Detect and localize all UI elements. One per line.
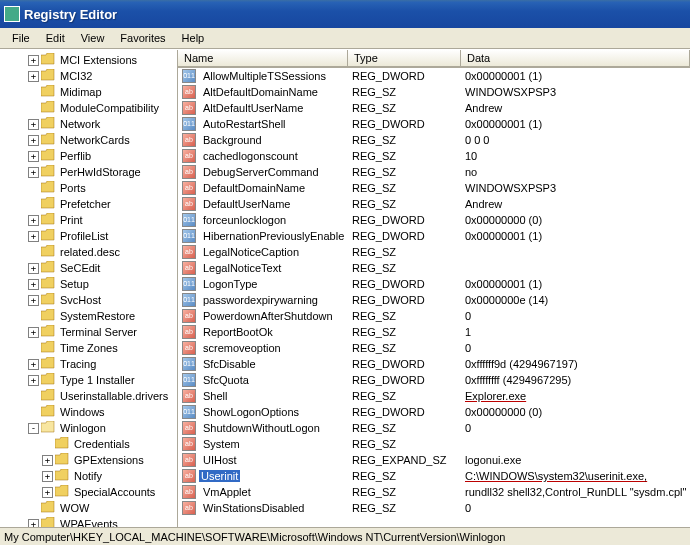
list-row[interactable]: abReportBootOkREG_SZ1 [178, 324, 690, 340]
expand-icon[interactable]: + [28, 215, 39, 226]
list-header[interactable]: Name Type Data [178, 50, 690, 68]
list-row[interactable]: abUIHostREG_EXPAND_SZlogonui.exe [178, 452, 690, 468]
tree-item[interactable]: related.desc [0, 244, 177, 260]
list-row[interactable]: 011HibernationPreviouslyEnabledREG_DWORD… [178, 228, 690, 244]
tree-item[interactable]: +MCI32 [0, 68, 177, 84]
expand-icon[interactable]: + [28, 519, 39, 528]
tree-item[interactable]: Ports [0, 180, 177, 196]
tree-item[interactable]: +Type 1 Installer [0, 372, 177, 388]
list-row[interactable]: abscremoveoptionREG_SZ0 [178, 340, 690, 356]
col-header-name[interactable]: Name [178, 50, 348, 67]
col-header-type[interactable]: Type [348, 50, 461, 67]
expand-icon[interactable]: + [28, 119, 39, 130]
value-name: LegalNoticeCaption [199, 246, 303, 258]
list-row[interactable]: abBackgroundREG_SZ0 0 0 [178, 132, 690, 148]
tree-item[interactable]: -Winlogon [0, 420, 177, 436]
tree-item[interactable]: +Terminal Server [0, 324, 177, 340]
list-row[interactable]: abLegalNoticeTextREG_SZ [178, 260, 690, 276]
value-name: Background [199, 134, 266, 146]
tree-item[interactable]: +Perflib [0, 148, 177, 164]
list-row[interactable]: abAltDefaultUserNameREG_SZAndrew [178, 100, 690, 116]
tree-item[interactable]: +GPExtensions [0, 452, 177, 468]
list-row[interactable]: abUserinitREG_SZC:\WINDOWS\system32\user… [178, 468, 690, 484]
tree-item[interactable]: SystemRestore [0, 308, 177, 324]
expand-icon[interactable]: + [28, 71, 39, 82]
menu-edit[interactable]: Edit [38, 30, 73, 46]
tree-item[interactable]: Userinstallable.drivers [0, 388, 177, 404]
expand-icon[interactable]: + [42, 487, 53, 498]
tree-item[interactable]: +Notify [0, 468, 177, 484]
tree-item[interactable]: WOW [0, 500, 177, 516]
expand-icon[interactable]: + [28, 263, 39, 274]
expand-icon[interactable]: + [28, 359, 39, 370]
expand-icon[interactable]: + [28, 279, 39, 290]
list-row[interactable]: abPowerdownAfterShutdownREG_SZ0 [178, 308, 690, 324]
tree-item[interactable]: ModuleCompatibility [0, 100, 177, 116]
titlebar[interactable]: Registry Editor [0, 0, 690, 28]
expand-icon[interactable]: + [42, 471, 53, 482]
list-row[interactable]: 011forceunlocklogonREG_DWORD0x00000000 (… [178, 212, 690, 228]
expand-icon[interactable]: + [42, 455, 53, 466]
list-row[interactable]: abShutdownWithoutLogonREG_SZ0 [178, 420, 690, 436]
value-type: REG_SZ [348, 198, 461, 210]
list-row[interactable]: abDefaultUserNameREG_SZAndrew [178, 196, 690, 212]
tree-item[interactable]: +Setup [0, 276, 177, 292]
collapse-icon[interactable]: - [28, 423, 39, 434]
list-row[interactable]: abVmAppletREG_SZrundll32 shell32,Control… [178, 484, 690, 500]
list-row[interactable]: 011passwordexpirywarningREG_DWORD0x00000… [178, 292, 690, 308]
list-row[interactable]: abAltDefaultDomainNameREG_SZWINDOWSXPSP3 [178, 84, 690, 100]
list-row[interactable]: 011SfcQuotaREG_DWORD0xffffffff (42949672… [178, 372, 690, 388]
tree-item[interactable]: +SvcHost [0, 292, 177, 308]
menu-help[interactable]: Help [174, 30, 213, 46]
list-body[interactable]: 011AllowMultipleTSSessionsREG_DWORD0x000… [178, 68, 690, 527]
tree-item[interactable]: +Print [0, 212, 177, 228]
expand-icon[interactable]: + [28, 55, 39, 66]
tree-view[interactable]: +MCI Extensions+MCI32MidimapModuleCompat… [0, 50, 178, 527]
list-row[interactable]: 011LogonTypeREG_DWORD0x00000001 (1) [178, 276, 690, 292]
tree-item[interactable]: Midimap [0, 84, 177, 100]
expand-icon[interactable]: + [28, 327, 39, 338]
menu-file[interactable]: File [4, 30, 38, 46]
list-row[interactable]: abShellREG_SZExplorer.exe [178, 388, 690, 404]
tree-item[interactable]: Prefetcher [0, 196, 177, 212]
list-row[interactable]: 011AutoRestartShellREG_DWORD0x00000001 (… [178, 116, 690, 132]
tree-item-label: WOW [58, 502, 91, 514]
expand-icon[interactable]: + [28, 135, 39, 146]
value-data: 0 [461, 422, 690, 434]
string-value-icon: ab [182, 245, 196, 259]
tree-item[interactable]: Windows [0, 404, 177, 420]
list-view[interactable]: Name Type Data 011AllowMultipleTSSession… [178, 50, 690, 527]
string-value-icon: ab [182, 485, 196, 499]
tree-item[interactable]: +WPAEvents [0, 516, 177, 527]
tree-item[interactable]: +SeCEdit [0, 260, 177, 276]
tree-item[interactable]: +PerHwIdStorage [0, 164, 177, 180]
list-row[interactable]: abSystemREG_SZ [178, 436, 690, 452]
list-row[interactable]: 011AllowMultipleTSSessionsREG_DWORD0x000… [178, 68, 690, 84]
list-row[interactable]: 011ShowLogonOptionsREG_DWORD0x00000000 (… [178, 404, 690, 420]
tree-item[interactable]: +NetworkCards [0, 132, 177, 148]
list-row[interactable]: abWinStationsDisabledREG_SZ0 [178, 500, 690, 516]
expand-icon[interactable]: + [28, 231, 39, 242]
value-name: AltDefaultDomainName [199, 86, 322, 98]
value-name: Shell [199, 390, 231, 402]
list-row[interactable]: abDebugServerCommandREG_SZno [178, 164, 690, 180]
tree-item[interactable]: +Network [0, 116, 177, 132]
menu-view[interactable]: View [73, 30, 113, 46]
tree-item[interactable]: +Tracing [0, 356, 177, 372]
col-header-data[interactable]: Data [461, 50, 690, 67]
expand-icon[interactable]: + [28, 375, 39, 386]
tree-item[interactable]: +ProfileList [0, 228, 177, 244]
expand-icon[interactable]: + [28, 167, 39, 178]
list-row[interactable]: 011SfcDisableREG_DWORD0xffffff9d (429496… [178, 356, 690, 372]
expand-icon[interactable]: + [28, 151, 39, 162]
tree-item[interactable]: +MCI Extensions [0, 52, 177, 68]
list-row[interactable]: abcachedlogonscountREG_SZ10 [178, 148, 690, 164]
menu-favorites[interactable]: Favorites [112, 30, 173, 46]
list-row[interactable]: abLegalNoticeCaptionREG_SZ [178, 244, 690, 260]
folder-icon [41, 277, 58, 291]
list-row[interactable]: abDefaultDomainNameREG_SZWINDOWSXPSP3 [178, 180, 690, 196]
expand-icon[interactable]: + [28, 295, 39, 306]
tree-item[interactable]: Time Zones [0, 340, 177, 356]
tree-item[interactable]: Credentials [0, 436, 177, 452]
tree-item[interactable]: +SpecialAccounts [0, 484, 177, 500]
